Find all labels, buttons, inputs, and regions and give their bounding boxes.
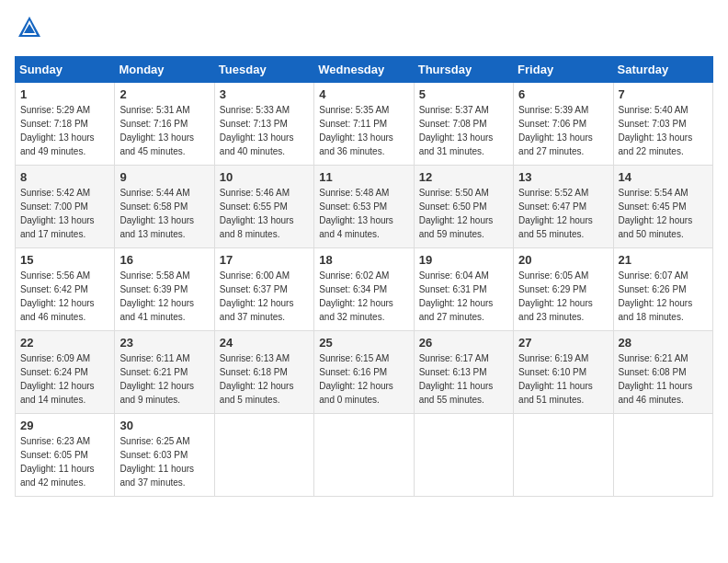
day-number: 2 [119,87,209,101]
day-number: 27 [518,336,608,350]
calendar-cell: 23Sunrise: 6:11 AMSunset: 6:21 PMDayligh… [115,331,214,414]
calendar-cell: 5Sunrise: 5:37 AMSunset: 7:08 PMDaylight… [414,83,513,166]
calendar-week-row: 29Sunrise: 6:23 AMSunset: 6:05 PMDayligh… [16,414,713,497]
day-number: 14 [619,170,708,184]
day-number: 22 [20,336,109,350]
day-info: Sunrise: 5:56 AMSunset: 6:42 PMDaylight:… [20,270,95,322]
calendar-cell: 17Sunrise: 6:00 AMSunset: 6:37 PMDayligh… [214,248,313,331]
day-number: 30 [119,419,209,432]
weekday-header-friday: Friday [514,57,613,83]
day-info: Sunrise: 5:58 AMSunset: 6:39 PMDaylight:… [119,270,194,322]
calendar-cell: 11Sunrise: 5:48 AMSunset: 6:53 PMDayligh… [314,166,414,248]
day-info: Sunrise: 5:44 AMSunset: 6:58 PMDaylight:… [119,188,194,239]
calendar-cell: 7Sunrise: 5:40 AMSunset: 7:03 PMDaylight… [613,83,712,166]
page-header [15,15,713,45]
calendar-cell: 27Sunrise: 6:19 AMSunset: 6:10 PMDayligh… [514,331,613,414]
calendar-cell: 6Sunrise: 5:39 AMSunset: 7:06 PMDaylight… [514,83,613,166]
day-number: 26 [419,336,508,350]
day-number: 16 [119,253,209,267]
day-info: Sunrise: 6:19 AMSunset: 6:10 PMDaylight:… [518,353,593,405]
calendar-cell: 2Sunrise: 5:31 AMSunset: 7:16 PMDaylight… [115,83,214,166]
day-info: Sunrise: 5:54 AMSunset: 6:45 PMDaylight:… [619,188,693,239]
weekday-header-tuesday: Tuesday [214,57,313,83]
day-info: Sunrise: 6:05 AMSunset: 6:29 PMDaylight:… [518,270,593,322]
day-number: 6 [518,87,608,101]
day-number: 3 [220,87,309,101]
calendar-cell: 25Sunrise: 6:15 AMSunset: 6:16 PMDayligh… [314,331,414,414]
day-info: Sunrise: 6:21 AMSunset: 6:08 PMDaylight:… [619,353,693,405]
day-info: Sunrise: 5:31 AMSunset: 7:16 PMDaylight:… [119,105,194,156]
day-number: 8 [20,170,109,184]
calendar-cell: 9Sunrise: 5:44 AMSunset: 6:58 PMDaylight… [115,166,214,248]
calendar-cell [314,414,414,497]
day-info: Sunrise: 6:11 AMSunset: 6:21 PMDaylight:… [119,353,194,405]
calendar-week-row: 15Sunrise: 5:56 AMSunset: 6:42 PMDayligh… [16,248,713,331]
calendar-cell: 4Sunrise: 5:35 AMSunset: 7:11 PMDaylight… [314,83,414,166]
calendar-cell: 1Sunrise: 5:29 AMSunset: 7:18 PMDaylight… [16,83,115,166]
calendar-week-row: 1Sunrise: 5:29 AMSunset: 7:18 PMDaylight… [16,83,713,166]
day-info: Sunrise: 5:37 AMSunset: 7:08 PMDaylight:… [419,105,494,156]
day-info: Sunrise: 5:46 AMSunset: 6:55 PMDaylight:… [220,188,294,239]
day-number: 5 [419,87,508,101]
calendar-week-row: 8Sunrise: 5:42 AMSunset: 7:00 PMDaylight… [16,166,713,248]
day-number: 7 [619,87,708,101]
calendar-cell: 13Sunrise: 5:52 AMSunset: 6:47 PMDayligh… [514,166,613,248]
day-info: Sunrise: 6:04 AMSunset: 6:31 PMDaylight:… [419,270,494,322]
weekday-header-wednesday: Wednesday [314,57,414,83]
day-info: Sunrise: 5:42 AMSunset: 7:00 PMDaylight:… [20,188,95,239]
day-number: 18 [319,253,408,267]
day-number: 10 [220,170,309,184]
weekday-header-saturday: Saturday [613,57,712,83]
day-info: Sunrise: 5:48 AMSunset: 6:53 PMDaylight:… [319,188,393,239]
calendar-cell: 14Sunrise: 5:54 AMSunset: 6:45 PMDayligh… [613,166,712,248]
day-info: Sunrise: 6:13 AMSunset: 6:18 PMDaylight:… [220,353,294,405]
day-info: Sunrise: 6:07 AMSunset: 6:26 PMDaylight:… [619,270,693,322]
day-number: 11 [319,170,408,184]
calendar-cell: 12Sunrise: 5:50 AMSunset: 6:50 PMDayligh… [414,166,513,248]
calendar-cell: 21Sunrise: 6:07 AMSunset: 6:26 PMDayligh… [613,248,712,331]
day-info: Sunrise: 5:40 AMSunset: 7:03 PMDaylight:… [619,105,693,156]
calendar-cell [514,414,613,497]
calendar-table: SundayMondayTuesdayWednesdayThursdayFrid… [15,56,713,497]
calendar-cell: 22Sunrise: 6:09 AMSunset: 6:24 PMDayligh… [16,331,115,414]
day-info: Sunrise: 5:29 AMSunset: 7:18 PMDaylight:… [20,105,95,156]
day-info: Sunrise: 5:50 AMSunset: 6:50 PMDaylight:… [419,188,494,239]
calendar-week-row: 22Sunrise: 6:09 AMSunset: 6:24 PMDayligh… [16,331,713,414]
calendar-cell: 10Sunrise: 5:46 AMSunset: 6:55 PMDayligh… [214,166,313,248]
day-number: 9 [119,170,209,184]
logo [15,15,42,45]
day-number: 15 [20,253,109,267]
day-info: Sunrise: 6:09 AMSunset: 6:24 PMDaylight:… [20,353,95,405]
day-info: Sunrise: 5:39 AMSunset: 7:06 PMDaylight:… [518,105,593,156]
weekday-header-row: SundayMondayTuesdayWednesdayThursdayFrid… [16,57,713,83]
day-info: Sunrise: 5:35 AMSunset: 7:11 PMDaylight:… [319,105,393,156]
day-number: 25 [319,336,408,350]
calendar-cell: 29Sunrise: 6:23 AMSunset: 6:05 PMDayligh… [16,414,115,497]
calendar-cell: 15Sunrise: 5:56 AMSunset: 6:42 PMDayligh… [16,248,115,331]
calendar-cell: 18Sunrise: 6:02 AMSunset: 6:34 PMDayligh… [314,248,414,331]
calendar-cell: 19Sunrise: 6:04 AMSunset: 6:31 PMDayligh… [414,248,513,331]
day-number: 20 [518,253,608,267]
day-number: 17 [220,253,309,267]
calendar-cell [414,414,513,497]
day-number: 13 [518,170,608,184]
day-info: Sunrise: 6:00 AMSunset: 6:37 PMDaylight:… [220,270,294,322]
calendar-cell [613,414,712,497]
calendar-cell: 8Sunrise: 5:42 AMSunset: 7:00 PMDaylight… [16,166,115,248]
day-number: 19 [419,253,508,267]
weekday-header-thursday: Thursday [414,57,513,83]
calendar-cell: 28Sunrise: 6:21 AMSunset: 6:08 PMDayligh… [613,331,712,414]
day-number: 28 [619,336,708,350]
weekday-header-sunday: Sunday [16,57,115,83]
day-info: Sunrise: 6:23 AMSunset: 6:05 PMDaylight:… [20,436,95,488]
day-number: 29 [20,419,109,432]
calendar-cell [214,414,313,497]
calendar-cell: 26Sunrise: 6:17 AMSunset: 6:13 PMDayligh… [414,331,513,414]
calendar-cell: 16Sunrise: 5:58 AMSunset: 6:39 PMDayligh… [115,248,214,331]
calendar-cell: 3Sunrise: 5:33 AMSunset: 7:13 PMDaylight… [214,83,313,166]
day-info: Sunrise: 6:15 AMSunset: 6:16 PMDaylight:… [319,353,393,405]
calendar-cell: 30Sunrise: 6:25 AMSunset: 6:03 PMDayligh… [115,414,214,497]
day-number: 23 [119,336,209,350]
day-info: Sunrise: 6:17 AMSunset: 6:13 PMDaylight:… [419,353,494,405]
day-info: Sunrise: 6:25 AMSunset: 6:03 PMDaylight:… [119,436,194,488]
